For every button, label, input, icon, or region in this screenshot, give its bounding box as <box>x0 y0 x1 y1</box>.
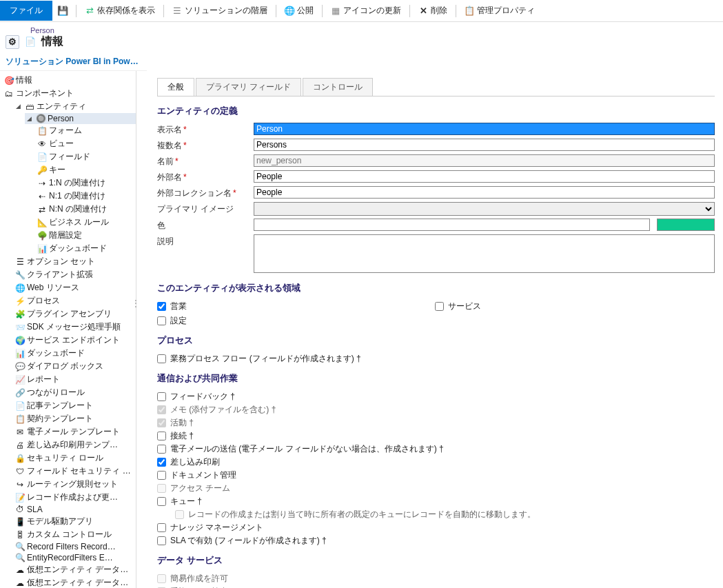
area-settings[interactable]: 設定 <box>157 314 187 327</box>
label-description: 説明 <box>157 236 174 246</box>
tree-item-icon: 💬 <box>15 362 25 372</box>
tree-entities[interactable]: ◢🗃エンティティ <box>14 100 136 113</box>
tree-component-item[interactable]: 📝レコード作成および更… <box>14 491 136 504</box>
tree-component-item[interactable]: 📋契約テンプレート <box>14 412 136 425</box>
tree-component-item[interactable]: ✉電子メール テンプレート <box>14 425 136 438</box>
tree-person-child[interactable]: 📄フィールド <box>36 150 136 163</box>
tree-person-child[interactable]: ⇢1:N の関連付け <box>36 176 136 190</box>
tree-component-item[interactable]: 🖨差し込み印刷用テンプ… <box>14 438 136 452</box>
tree-person-child[interactable]: ⇄N:N の関連付け <box>36 203 136 216</box>
tree-components[interactable]: 🗂コンポーネント <box>3 87 136 100</box>
tree-component-item[interactable]: 🎛カスタム コントロール <box>14 528 136 541</box>
external-name-input[interactable] <box>254 170 715 183</box>
main-content: 全般 プライマリ フィールド コントロール エンティティの定義 表示名* 複数名… <box>136 71 723 588</box>
tree-component-item[interactable]: ⏱SLA <box>14 504 136 515</box>
tree-component-item[interactable]: ☁仮想エンティティ データ… <box>14 576 136 588</box>
tree-item-icon: ☰ <box>15 257 25 267</box>
delete-label: 削除 <box>431 5 447 17</box>
tree-component-item[interactable]: ↪ルーティング規則セット <box>14 478 136 491</box>
refresh-icon: ▦ <box>331 6 340 16</box>
collab-sla[interactable]: SLA で有効 (フィールドが作成されます) † <box>157 534 715 547</box>
entity-icon: 🔘 <box>36 114 45 123</box>
tree-person-child[interactable]: 📐ビジネス ルール <box>36 216 136 229</box>
tree-item-icon: 🧩 <box>15 310 25 319</box>
expander-icon[interactable]: ◢ <box>15 103 21 110</box>
display-name-input[interactable] <box>254 123 715 135</box>
refresh-icons-label: アイコンの更新 <box>343 5 401 17</box>
tree-component-item[interactable]: 🛡フィールド セキュリティ … <box>14 465 136 478</box>
tree-person-child[interactable]: ⇠N:1 の関連付け <box>36 190 136 203</box>
area-sales[interactable]: 営業 <box>157 300 187 313</box>
collab-docmgmt[interactable]: ドキュメント管理 <box>157 469 715 482</box>
process-bpf[interactable]: 業務プロセス フロー (フィールドが作成されます) † <box>157 352 715 365</box>
show-dependencies-button[interactable]: ⇄依存関係を表示 <box>79 5 161 17</box>
tree-component-item[interactable]: 🌐Web リソース <box>14 281 136 294</box>
solution-hierarchy-button[interactable]: ☰ソリューションの階層 <box>167 5 273 17</box>
tree-component-item[interactable]: 📄記事テンプレート <box>14 399 136 412</box>
tree-item-icon: 🌐 <box>15 283 25 293</box>
area-service[interactable]: サービス <box>435 300 481 313</box>
tree-item-icon: 📄 <box>37 152 47 162</box>
tree-component-item[interactable]: 🔗つながりロール <box>14 386 136 399</box>
form-icon: 📄 <box>23 35 37 49</box>
tab-general[interactable]: 全般 <box>157 78 194 96</box>
tree-item-icon: 👁 <box>37 139 47 149</box>
tree-component-item[interactable]: 🔍EntityRecordFilters E… <box>14 552 136 563</box>
plural-name-input[interactable] <box>254 139 715 151</box>
tree-component-item[interactable]: 🌍サービス エンドポイント <box>14 334 136 347</box>
primary-image-select[interactable] <box>254 202 715 216</box>
collab-knowledge[interactable]: ナレッジ マネージメント <box>157 521 715 534</box>
tab-primary-field[interactable]: プライマリ フィールド <box>196 78 301 96</box>
tree-component-item[interactable]: 📨SDK メッセージ処理手順 <box>14 321 136 334</box>
entity-folder-icon: 🗃 <box>25 102 34 112</box>
file-menu-button[interactable]: ファイル <box>0 1 52 21</box>
data-quickcreate: 簡易作成を許可 <box>157 572 715 585</box>
tree-component-item[interactable]: 💬ダイアログ ボックス <box>14 360 136 373</box>
tree-component-item[interactable]: 📈レポート <box>14 373 136 386</box>
color-input[interactable] <box>254 219 650 231</box>
collab-email[interactable]: 電子メールの送信 (電子メール フィールドがない場合は、作成されます) † <box>157 443 715 456</box>
tree-item-icon: 📄 <box>15 401 25 411</box>
external-collection-input[interactable] <box>254 186 715 199</box>
save-button[interactable]: 💾 <box>52 6 73 16</box>
tree-item-icon: 📨 <box>15 323 25 332</box>
tree-item-icon: 🖨 <box>15 440 25 450</box>
tree-component-item[interactable]: ☰オプション セット <box>14 255 136 268</box>
tree-item-icon: 📱 <box>15 517 25 527</box>
color-swatch[interactable] <box>657 219 715 231</box>
label-name: 名前 <box>157 156 174 166</box>
tree-item-icon: 🔗 <box>15 388 25 398</box>
tree-component-item[interactable]: 📱モデル駆動アプリ <box>14 515 136 528</box>
tree-person-child[interactable]: 📋フォーム <box>36 124 136 137</box>
tree-component-item[interactable]: ☁仮想エンティティ データ… <box>14 563 136 576</box>
tree-component-item[interactable]: 🔍Record Filters Record… <box>14 541 136 552</box>
tree-info[interactable]: 🎯情報 <box>3 74 136 87</box>
sidebar-resizer[interactable]: ⋮ <box>132 298 137 312</box>
tree-component-item[interactable]: 🧩プラグイン アセンブリ <box>14 307 136 321</box>
collab-accessteam: アクセス チーム <box>157 482 715 495</box>
tree-person-child[interactable]: 🌳階層設定 <box>36 229 136 242</box>
collab-feedback[interactable]: フィードバック † <box>157 390 715 403</box>
tab-controls[interactable]: コントロール <box>303 78 373 96</box>
collab-mailmerge[interactable]: 差し込み印刷 <box>157 456 715 469</box>
tree-person-child[interactable]: 👁ビュー <box>36 137 136 150</box>
tree-item-icon: 🌍 <box>15 336 25 345</box>
tree-person-child[interactable]: 🔑キー <box>36 163 136 176</box>
tree-person-child[interactable]: 📊ダッシュボード <box>36 242 136 255</box>
description-textarea[interactable] <box>254 234 715 273</box>
refresh-icons-button[interactable]: ▦アイコンの更新 <box>325 5 407 17</box>
managed-properties-button[interactable]: 📋管理プロパティ <box>459 5 540 17</box>
collab-queues[interactable]: キュー † <box>157 495 715 508</box>
expander-icon[interactable]: ◢ <box>26 116 32 122</box>
tree-component-item[interactable]: ⚡プロセス <box>14 294 136 307</box>
section-areas: このエンティティが表示される領域 <box>157 282 715 294</box>
tree-component-item[interactable]: 📊ダッシュボード <box>14 347 136 360</box>
tree-component-item[interactable]: 🔒セキュリティ ロール <box>14 452 136 465</box>
publish-button[interactable]: 🌐公開 <box>279 5 319 17</box>
delete-button[interactable]: ✕削除 <box>413 5 453 17</box>
collab-connections[interactable]: 接続 † <box>157 429 715 443</box>
tree-component-item[interactable]: 🔧クライアント拡張 <box>14 268 136 281</box>
show-dependencies-label: 依存関係を表示 <box>97 5 155 17</box>
tree-entity-person[interactable]: ◢🔘Person <box>25 113 136 124</box>
collab-notes: メモ (添付ファイルを含む) † <box>157 403 715 416</box>
